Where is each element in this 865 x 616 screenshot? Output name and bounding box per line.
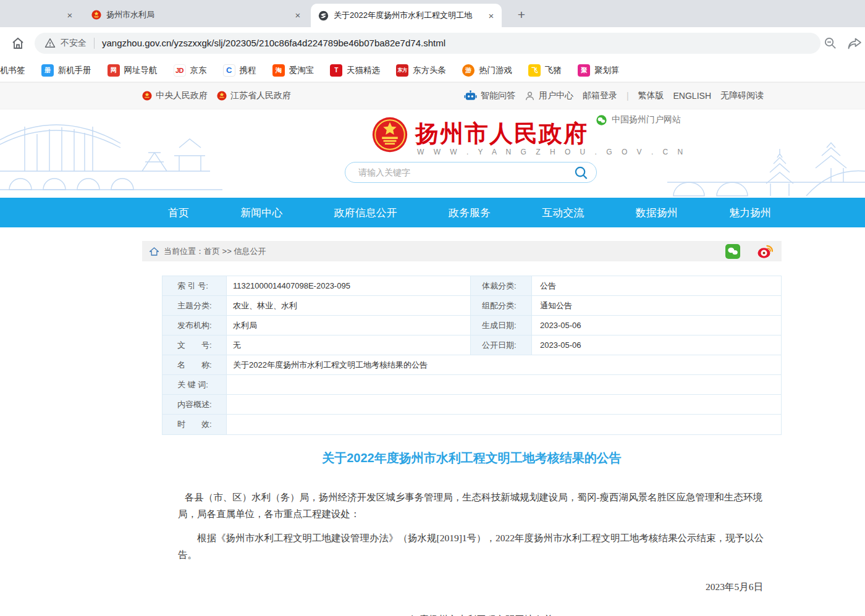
meta-value-genre: 公告 (532, 276, 781, 295)
link-label: 邮箱登录 (583, 90, 617, 101)
table-row: 发布机构: 水利局 生成日期: 2023-05-06 (162, 316, 781, 335)
bookmark-aitaobao[interactable]: 淘爱淘宝 (272, 64, 314, 77)
meta-value-publish-date: 2023-05-06 (532, 335, 781, 355)
portal-link[interactable]: 中国扬州门户网站 (596, 114, 681, 125)
bookmark-juhuasuan[interactable]: 聚聚划算 (578, 64, 620, 77)
link-label: 中央人民政府 (156, 90, 208, 101)
breadcrumb: 当前位置：首页 >> 信息公开 (142, 241, 782, 261)
meta-label: 内容概述: (162, 395, 227, 414)
games-icon: 游 (462, 64, 475, 77)
page-content: 当前位置：首页 >> 信息公开 索 引 号: 11321000014407098… (0, 227, 865, 616)
link-label: 智能问答 (481, 90, 515, 101)
wechat-portal-icon (596, 115, 607, 125)
bookmark-label: 东方头条 (413, 65, 446, 76)
manual-icon: 册 (41, 64, 54, 77)
link-jiangsu-gov[interactable]: 江苏省人民政府 (217, 90, 291, 101)
nav-home[interactable]: 首页 (168, 206, 189, 220)
tab-close-icon[interactable]: × (486, 10, 497, 21)
user-center-link[interactable]: 用户中心 (525, 90, 573, 101)
article-title: 关于2022年度扬州市水利工程文明工地考核结果的公告 (162, 450, 782, 466)
table-row: 索 引 号: 11321000014407098E-2023-095 体裁分类:… (162, 276, 781, 296)
breadcrumb-home-icon[interactable] (150, 247, 159, 256)
tab-shuiliju[interactable]: 扬州市水利局 × (82, 4, 310, 26)
divider: | (627, 91, 629, 101)
english-version-link[interactable]: ENGLISH (673, 91, 711, 101)
bookmark-label: 爱淘宝 (289, 65, 314, 76)
article-paragraph: 根据《扬州市水利工程文明工地建设管理办法》（扬水规[2019]1号），2022年… (162, 530, 782, 563)
site-favicon (318, 11, 329, 21)
security-label: 不安全 (61, 38, 86, 49)
bookmark-fliggy[interactable]: 飞飞猪 (528, 64, 562, 77)
bookmark-label: 新机手册 (58, 65, 91, 76)
nav-services[interactable]: 政务服务 (449, 206, 491, 220)
not-secure-warning-icon[interactable] (44, 38, 56, 48)
document-meta-table: 索 引 号: 11321000014407098E-2023-095 体裁分类:… (162, 276, 782, 435)
bookmark-ctrip[interactable]: C携程 (223, 64, 256, 77)
meta-label: 主题分类: (162, 296, 227, 315)
nav-interaction[interactable]: 互动交流 (542, 206, 584, 220)
bookmark-tmall[interactable]: T天猫精选 (330, 64, 380, 77)
nav-charming-yangzhou[interactable]: 魅力扬州 (729, 206, 771, 220)
meta-label: 组配分类: (470, 296, 532, 315)
main-navigation: 首页 新闻中心 政府信息公开 政务服务 互动交流 数据扬州 魅力扬州 (0, 198, 865, 227)
tab-active-notice[interactable]: 关于2022年度扬州市水利工程文明工地 × (311, 4, 502, 27)
meta-label: 体裁分类: (470, 276, 532, 295)
tab-partial[interactable]: × (0, 4, 80, 26)
bookmark-label: 聚划算 (594, 65, 620, 76)
bookmark-jd[interactable]: JD京东 (174, 64, 207, 77)
address-divider (94, 38, 95, 49)
nav-data-yangzhou[interactable]: 数据扬州 (636, 206, 678, 220)
nav-info-disclosure[interactable]: 政府信息公开 (334, 206, 397, 220)
bookmark-games[interactable]: 游热门游戏 (462, 64, 512, 77)
bookmark-label: 天猫精选 (347, 65, 380, 76)
bookmark-mobile[interactable]: 机书签 (0, 65, 25, 76)
bookmark-label: 京东 (190, 65, 207, 76)
table-row: 内容概述: (162, 395, 781, 415)
breadcrumb-text[interactable]: 当前位置：首页 >> 信息公开 (164, 246, 266, 257)
smart-qa-link[interactable]: 智能问答 (464, 90, 515, 101)
tab-title: 关于2022年度扬州市水利工程文明工地 (334, 10, 481, 21)
link-label: 用户中心 (539, 90, 573, 101)
zoom-out-icon[interactable] (823, 36, 837, 50)
url-field[interactable]: 不安全 yangzhou.gov.cn/yzszxxgk/slj/202305/… (35, 33, 821, 54)
taobao-icon: 淘 (272, 64, 285, 77)
new-tab-button[interactable]: + (513, 6, 530, 23)
table-row: 时 效: (162, 415, 781, 434)
meta-label: 索 引 号: (162, 276, 227, 295)
bookmark-label: 机书签 (0, 65, 25, 76)
bookmark-manual[interactable]: 册新机手册 (41, 64, 91, 77)
meta-value-topic: 农业、林业、水利 (227, 296, 470, 315)
table-row: 主题分类: 农业、林业、水利 组配分类: 通知公告 (162, 296, 781, 316)
site-domain: W W W . Y A N G Z H O U . G O V . C N (417, 148, 686, 156)
ctrip-icon: C (223, 64, 235, 77)
accessibility-link[interactable]: 无障碍阅读 (720, 90, 764, 101)
bookmark-dftt[interactable]: 东方东方头条 (396, 64, 446, 77)
traditional-version-link[interactable]: 繁体版 (638, 90, 664, 101)
meta-label: 关 键 词: (162, 375, 227, 394)
tab-close-icon[interactable]: × (292, 9, 303, 20)
national-emblem-logo (372, 117, 408, 155)
weibo-share-icon[interactable] (757, 244, 773, 259)
tmall-icon: T (330, 64, 342, 77)
mail-login-link[interactable]: 邮箱登录 (583, 90, 617, 101)
bookmark-label: 飞猪 (545, 65, 562, 76)
meta-value-index-number: 11321000014407098E-2023-095 (227, 276, 470, 295)
link-central-gov[interactable]: 中央人民政府 (142, 90, 208, 101)
meta-value-doc-number: 无 (227, 335, 470, 355)
search-input[interactable] (358, 167, 572, 177)
jd-icon: JD (174, 64, 186, 77)
home-icon[interactable] (7, 33, 28, 54)
meta-value-title: 关于2022年度扬州市水利工程文明工地考核结果的公告 (227, 355, 781, 374)
share-icon[interactable] (847, 36, 863, 50)
page-url[interactable]: yangzhou.gov.cn/yzszxxgk/slj/202305/210c… (102, 38, 445, 48)
article-date: 2023年5月6日 (162, 581, 782, 594)
juhuasuan-icon: 聚 (578, 64, 590, 77)
bookmark-site-nav[interactable]: 网网址导航 (108, 64, 158, 77)
tab-close-icon[interactable]: × (64, 9, 75, 20)
link-label: 江苏省人民政府 (230, 90, 291, 101)
fliggy-icon: 飞 (528, 64, 541, 77)
wechat-share-icon[interactable] (725, 244, 740, 259)
search-icon[interactable] (572, 163, 590, 182)
meta-value-category: 通知公告 (532, 296, 781, 315)
nav-news[interactable]: 新闻中心 (240, 206, 282, 220)
